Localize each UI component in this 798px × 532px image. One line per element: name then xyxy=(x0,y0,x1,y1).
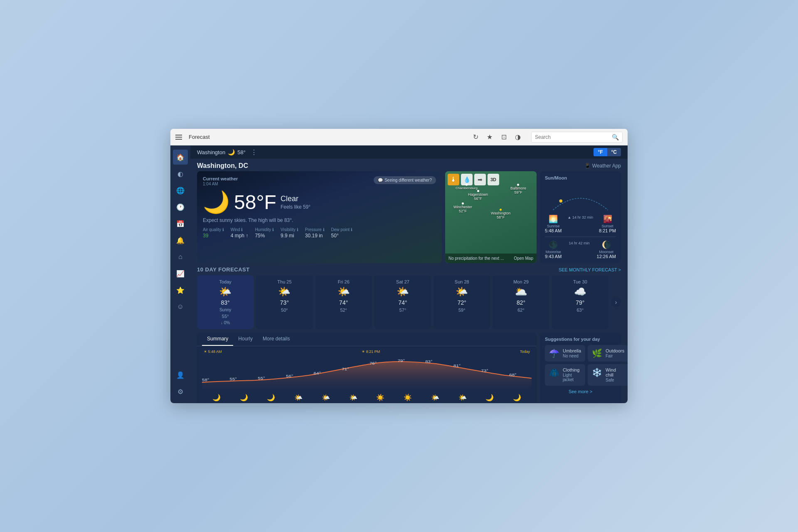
forecast-day-thu: Thu 25 🌤️ 73° 50° xyxy=(256,275,313,329)
tab-more-details[interactable]: More details xyxy=(258,332,295,346)
summary-tabs: Summary Hourly More details xyxy=(197,332,537,346)
stat-wind: Wind ℹ 4 mph ↑ xyxy=(231,227,249,239)
stat-air-quality: Air quality ℹ 39 xyxy=(203,227,224,239)
chart-icon-5: 🌤️ xyxy=(340,394,367,401)
map-city-washington: Washington 58°F xyxy=(491,209,510,219)
svg-point-0 xyxy=(559,200,563,203)
svg-text:55°: 55° xyxy=(230,377,237,381)
forecast-next-btn[interactable]: › xyxy=(611,297,621,307)
chart-icon-10: 🌙 xyxy=(476,394,504,401)
map-wind-btn[interactable]: ➡ xyxy=(474,174,486,185)
sunrise-item: 🌅 Sunrise 5:48 AM xyxy=(545,214,562,233)
sunset-item: 🌇 Sunset 8:21 PM xyxy=(599,214,616,233)
weather-app-link[interactable]: 📱 Weather App xyxy=(584,163,621,169)
content-area: Washington 🌙 58° ⋮ °F °C Washington, DC … xyxy=(190,145,628,403)
svg-text:71°: 71° xyxy=(342,367,349,371)
today-label: Today xyxy=(520,350,530,354)
svg-text:68°: 68° xyxy=(509,373,516,377)
search-input[interactable] xyxy=(535,134,612,140)
moon-icon: 🌙 xyxy=(228,149,235,155)
suggestion-clothing: 🧥 Clothing Light jacket xyxy=(545,364,585,386)
svg-text:64°: 64° xyxy=(314,371,321,375)
see-more-button[interactable]: See more > xyxy=(545,389,616,394)
sidebar-item-favorites[interactable]: ⭐ xyxy=(173,283,188,298)
moonset-icon: 🌘 xyxy=(602,240,611,249)
map-temp-btn[interactable]: 🌡 xyxy=(448,174,459,185)
chart-icon-9: 🌤️ xyxy=(449,394,476,401)
stat-visibility: Visibility ℹ 9.9 mi xyxy=(281,227,298,239)
map-no-precip: No precipitation for the next ... Open M… xyxy=(445,254,537,263)
outdoors-icon: 🌿 xyxy=(592,348,602,358)
darkmode-icon[interactable]: ◑ xyxy=(514,133,522,141)
svg-text:83°: 83° xyxy=(425,360,432,364)
svg-text:81°: 81° xyxy=(453,364,461,368)
location-bar: Washington 🌙 58° ⋮ °F °C xyxy=(190,145,628,159)
sidebar-item-charts[interactable]: 📈 xyxy=(173,266,188,281)
sunset-time: 8:21 PM xyxy=(599,228,616,233)
location-city: Washington xyxy=(197,149,225,155)
open-map-link[interactable]: Open Map xyxy=(514,256,533,261)
sunrise-indicator: ☀ 5:48 AM xyxy=(204,350,222,354)
see-monthly-link[interactable]: SEE MONTHLY FORECAST > xyxy=(559,267,621,272)
sidebar-item-alerts[interactable]: 🔔 xyxy=(173,233,188,248)
moonset-item: 🌘 Moonset 12:26 AM xyxy=(597,240,616,259)
map-3d-btn[interactable]: 3D xyxy=(488,174,499,185)
unit-fahrenheit-btn[interactable]: °F xyxy=(594,148,607,156)
map-water-btn[interactable]: 💧 xyxy=(461,174,473,185)
suggestion-wind-chill: ❄️ Wind chill Safe xyxy=(588,364,628,386)
sidebar-item-moon[interactable]: ◐ xyxy=(173,166,188,181)
sidebar-item-clock[interactable]: 🕐 xyxy=(173,200,188,214)
day-length: ▲ 14 hr 32 min xyxy=(567,214,593,219)
sun-moon-title: Sun/Moon xyxy=(545,175,616,180)
location-menu-btn[interactable]: ⋮ xyxy=(248,148,260,156)
map-city-winchester: Winchester 52°F xyxy=(453,202,472,213)
stat-dew-point: Dew point ℹ 50° xyxy=(331,227,352,239)
stat-humidity: Humidity ℹ 75% xyxy=(255,227,274,239)
sidebar-item-mood[interactable]: ☺ xyxy=(173,299,188,314)
forecast-day-today: Today 🌤️ 83° Sunny 55° ↓ 0% xyxy=(197,275,254,329)
forecast-section: 10 DAY FORECAST SEE MONTHLY FORECAST > T… xyxy=(190,266,628,332)
forecast-title: 10 DAY FORECAST xyxy=(197,266,250,273)
unit-toggle: °F °C xyxy=(594,148,621,156)
sidebar-item-home[interactable]: 🏠 xyxy=(173,150,188,165)
sidebar-item-settings[interactable]: ⚙ xyxy=(173,384,188,399)
tab-hourly[interactable]: Hourly xyxy=(233,332,258,346)
search-box: 🔍 xyxy=(531,132,623,143)
sidebar-item-globe[interactable]: 🌐 xyxy=(173,183,188,198)
app-title: Forecast xyxy=(189,134,471,140)
sidebar-item-calendar[interactable]: 📅 xyxy=(173,216,188,231)
bookmark-icon[interactable]: ★ xyxy=(485,133,494,141)
map-city-hagerstown: Hagerstown 56°F xyxy=(468,190,488,201)
chart-icon-11: 🌙 xyxy=(503,394,531,401)
svg-text:55°: 55° xyxy=(258,376,265,380)
sidebar: 🏠 ◐ 🌐 🕐 📅 🔔 ⌂ 📈 ⭐ ☺ 👤 ⚙ xyxy=(170,145,190,403)
sidebar-item-account[interactable]: 👤 xyxy=(173,367,188,382)
sun-times: 🌅 Sunrise 5:48 AM ▲ 14 hr 32 min 🌇 Sunse… xyxy=(545,214,616,233)
phone-icon: 📱 xyxy=(584,163,591,169)
refresh-icon[interactable]: ↻ xyxy=(471,133,480,141)
chart-icon-4: 🌤️ xyxy=(312,394,340,401)
map-card: 🌡 💧 ➡ 3D Chambersburg Hagerstown xyxy=(445,171,537,263)
chart-icon-8: 🌤️ xyxy=(421,394,449,401)
cast-icon[interactable]: ⊡ xyxy=(500,133,508,141)
chart-icon-1: 🌙 xyxy=(230,394,258,401)
forecast-header: 10 DAY FORECAST SEE MONTHLY FORECAST > xyxy=(197,266,621,273)
summary-content: ☀ 5:48 AM ☀ 8:21 PM Today xyxy=(197,346,537,403)
summary-card: Summary Hourly More details ☀ 5:48 AM ☀ … xyxy=(197,332,537,403)
sun-moon-card: Sun/Moon 🌅 Sunrise 5:48 AM xyxy=(540,171,621,263)
main-layout: 🏠 ◐ 🌐 🕐 📅 🔔 ⌂ 📈 ⭐ ☺ 👤 ⚙ Washington 🌙 58° xyxy=(170,145,628,403)
tab-summary[interactable]: Summary xyxy=(202,332,233,346)
seeing-diff-button[interactable]: 💬 Seeing different weather? xyxy=(374,176,436,184)
sun-arc xyxy=(549,184,612,213)
search-icon: 🔍 xyxy=(612,134,619,140)
forecast-day-mon: Mon 29 🌥️ 82° 62° xyxy=(493,275,549,329)
svg-text:58°: 58° xyxy=(202,378,209,382)
unit-celsius-btn[interactable]: °C xyxy=(607,148,621,156)
suggestions-card: Suggestions for your day ☂️ Umbrella No … xyxy=(540,332,621,403)
chart-icon-7: ☀️ xyxy=(394,394,421,401)
suggestion-outdoors: 🌿 Outdoors Fair xyxy=(588,345,628,362)
hamburger-menu-icon[interactable] xyxy=(175,133,184,141)
sidebar-item-house[interactable]: ⌂ xyxy=(173,249,188,264)
chart-icon-6: ☀️ xyxy=(367,394,394,401)
current-weather-time: 1:04 AM xyxy=(203,182,238,186)
